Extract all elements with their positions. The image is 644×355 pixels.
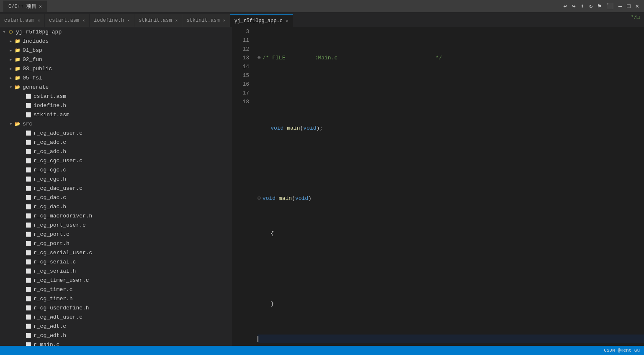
code-line-12-fn: main [287, 124, 300, 133]
tree-item-r-cg-cgc-h[interactable]: ▶ ⬜ r_cg_cgc.h [0, 174, 232, 184]
tab-stkinit1-close[interactable]: ✕ [175, 18, 178, 23]
icon-r-cg-port-user-c: ⬜ [25, 222, 32, 228]
line-numbers: 3 11 12 13 14 15 16 17 18 [232, 27, 253, 346]
icon-generate: 📂 [14, 84, 21, 90]
tree-item-r-cg-timer-c[interactable]: ▶ ⬜ r_cg_timer.c [0, 285, 232, 294]
label-r-cg-adc-user-c: r_cg_adc_user.c [33, 130, 82, 136]
tree-item-05fsl[interactable]: ▶ 📁 05_fsl [0, 73, 232, 82]
title-tab[interactable]: C/C++ 项目 ✕ [3, 0, 47, 12]
icon-r-cg-adc-user-c: ⬜ [25, 130, 32, 136]
tab-stkinit2[interactable]: stkinit.asm ✕ [182, 14, 230, 27]
code-line-17: } [270, 299, 274, 308]
tree-item-r-cg-port-user-c[interactable]: ▶ ⬜ r_cg_port_user.c [0, 220, 232, 230]
label-r-cg-port-c: r_cg_port.c [33, 231, 70, 238]
tree-item-03public[interactable]: ▶ 📁 03_public [0, 64, 232, 73]
tree-item-02fun[interactable]: ▶ 📁 02_fun [0, 55, 232, 64]
tree-item-r-cg-dac-user-c[interactable]: ▶ ⬜ r_cg_dac_user.c [0, 184, 232, 193]
title-bar: C/C++ 项目 ✕ ↩ ↪ ⬆ ↻ ⚑ ⬛ — □ ✕ [0, 0, 644, 13]
tree-item-r-cg-wdt-user-c[interactable]: ▶ ⬜ r_cg_wdt_user.c [0, 312, 232, 322]
tab-iodefine[interactable]: iodefine.h ✕ [90, 14, 134, 27]
nav-refresh[interactable]: ↻ [587, 2, 594, 10]
tree-item-iodefine-h[interactable]: ▶ ⬜ iodefine.h [0, 101, 232, 110]
label-cstart-asm: cstart.asm [33, 93, 66, 100]
label-02fun: 02_fun [23, 56, 42, 63]
nav-stop[interactable]: ⬛ [605, 2, 615, 10]
editor-line-17: } [258, 299, 644, 308]
title-tab-label: C/C++ 项目 [8, 3, 36, 10]
tab-yj-main[interactable]: yj_r5f10pg_app.c ✕ [230, 14, 293, 27]
tab-cstart1-close[interactable]: ✕ [38, 18, 40, 23]
tree-item-src[interactable]: ▼ 📂 src [0, 119, 232, 128]
tree-item-r-cg-macrodriver-h[interactable]: ▶ ⬜ r_cg_macrodriver.h [0, 211, 232, 220]
icon-src: 📂 [14, 120, 21, 127]
nav-minimize[interactable]: — [617, 2, 623, 10]
tree-item-r-cg-serial-h[interactable]: ▶ ⬜ r_cg_serial.h [0, 266, 232, 276]
tree-item-r-cg-serial-user-c[interactable]: ▶ ⬜ r_cg_serial_user.c [0, 248, 232, 257]
tab-cstart2[interactable]: cstart.asm ✕ [45, 14, 90, 27]
tree-item-r-cg-port-c[interactable]: ▶ ⬜ r_cg_port.c [0, 230, 232, 239]
title-tab-close[interactable]: ✕ [39, 4, 42, 9]
editor-content[interactable]: ⊕ /* FILE :Main.c */ void main ( void ); [253, 27, 644, 346]
label-r-cg-dac-c: r_cg_dac.c [33, 194, 66, 201]
tab-stkinit1[interactable]: stkinit.asm ✕ [134, 14, 182, 27]
code-line-17-indent [258, 299, 270, 308]
tab-stkinit2-close[interactable]: ✕ [223, 18, 226, 23]
tab-cstart1[interactable]: cstart.asm ✕ [0, 14, 45, 27]
tree-item-r-cg-dac-c[interactable]: ▶ ⬜ r_cg_dac.c [0, 193, 232, 202]
tree-item-r-cg-adc-h[interactable]: ▶ ⬜ r_cg_adc.h [0, 147, 232, 156]
nav-flag[interactable]: ⚑ [596, 2, 603, 10]
nav-redo[interactable]: ↪ [570, 2, 577, 10]
line-num-18: 18 [234, 97, 249, 106]
nav-maximize[interactable]: □ [625, 2, 632, 10]
tree-item-r-cg-timer-user-c[interactable]: ▶ ⬜ r_cg_timer_user.c [0, 276, 232, 285]
tree-item-01bsp[interactable]: ▶ 📁 01_bsp [0, 46, 232, 55]
editor-line-18[interactable] [258, 335, 644, 343]
icon-r-cg-serial-c: ⬜ [25, 258, 32, 265]
tree-item-r-cg-serial-c[interactable]: ▶ ⬜ r_cg_serial.c [0, 257, 232, 266]
tree-item-root[interactable]: ▼ ⬡ yj_r5f10pg_app [0, 27, 232, 36]
icon-includes: 📁 [14, 38, 21, 44]
tree-item-r-cg-userdefine-h[interactable]: ▶ ⬜ r_cg_userdefine.h [0, 303, 232, 312]
tree-item-r-cg-cgc-user-c[interactable]: ▶ ⬜ r_cg_cgc_user.c [0, 156, 232, 165]
code-line-13 [258, 159, 261, 168]
tree-item-r-cg-port-h[interactable]: ▶ ⬜ r_cg_port.h [0, 239, 232, 248]
code-line-16 [258, 264, 261, 273]
tree-item-r-cg-cgc-c[interactable]: ▶ ⬜ r_cg_cgc.c [0, 165, 232, 174]
arrow-03public: ▶ [8, 65, 14, 72]
label-iodefine-h: iodefine.h [33, 102, 66, 109]
tab-cstart2-close[interactable]: ✕ [82, 18, 85, 23]
tree-item-r-cg-timer-h[interactable]: ▶ ⬜ r_cg_timer.h [0, 294, 232, 303]
line-num-15: 15 [234, 71, 249, 80]
nav-up[interactable]: ⬆ [579, 2, 585, 10]
tree-item-r-cg-dac-h[interactable]: ▶ ⬜ r_cg_dac.h [0, 202, 232, 211]
tree-item-r-cg-adc-user-c[interactable]: ▶ ⬜ r_cg_adc_user.c [0, 128, 232, 138]
editor-area[interactable]: 3 11 12 13 14 15 16 17 18 ⊕ /* FILE :Mai… [232, 27, 644, 346]
line-num-16: 16 [234, 80, 249, 89]
tree-item-r-cg-wdt-h[interactable]: ▶ ⬜ r_cg_wdt.h [0, 331, 232, 340]
tree-item-cstart-asm[interactable]: ▶ ⬜ cstart.asm [0, 92, 232, 101]
icon-r-cg-serial-user-c: ⬜ [25, 249, 32, 256]
line-num-17: 17 [234, 89, 249, 97]
code-line-3-comment: /* FILE :Main.c */ [263, 54, 442, 62]
arrow-src: ▼ [8, 120, 14, 127]
tree-item-r-cg-adc-c[interactable]: ▶ ⬜ r_cg_adc.c [0, 138, 232, 147]
label-r-cg-userdefine-h: r_cg_userdefine.h [33, 305, 89, 311]
tab-yj-main-close[interactable]: ✕ [286, 18, 289, 23]
icon-r-cg-port-h: ⬜ [25, 240, 32, 247]
tree-item-includes[interactable]: ▶ 📁 Includes [0, 36, 232, 46]
icon-r-cg-wdt-h: ⬜ [25, 332, 32, 339]
tree-item-stkinit-asm[interactable]: ▶ ⬜ stkinit.asm [0, 110, 232, 119]
fold-indicator-14[interactable]: ⊖ [258, 194, 261, 203]
arrow-05fsl: ▶ [8, 74, 14, 81]
tree-item-r-cg-wdt-c[interactable]: ▶ ⬜ r_cg_wdt.c [0, 322, 232, 331]
tab-iodefine-close[interactable]: ✕ [127, 18, 130, 23]
icon-02fun: 📁 [14, 56, 21, 63]
nav-close[interactable]: ✕ [634, 2, 641, 10]
icon-r-main-c: ⬜ [25, 341, 32, 346]
nav-undo[interactable]: ↩ [562, 2, 569, 10]
tree-item-r-main-c[interactable]: ▶ ⬜ r_main.c [0, 340, 232, 346]
editor-line-15: { [258, 229, 644, 238]
main-content: ▼ ⬡ yj_r5f10pg_app ▶ 📁 Includes ▶ 📁 01_b… [0, 27, 644, 346]
tree-item-generate[interactable]: ▼ 📂 generate [0, 82, 232, 92]
label-r-cg-cgc-c: r_cg_cgc.c [33, 167, 66, 173]
